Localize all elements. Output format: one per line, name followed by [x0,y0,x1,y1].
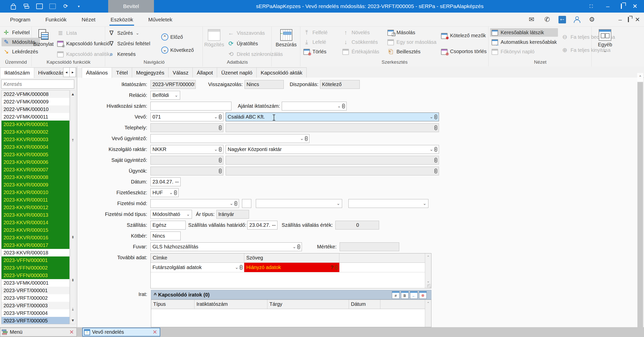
fizetesi-mod-days-input[interactable] [242,199,251,208]
document-list-item[interactable]: 2023-KKVR/000010 [2,189,69,196]
chevron-down-icon[interactable]: ⌄ [422,201,427,206]
document-list-item[interactable]: 2023-VFFN/000003 [2,272,69,279]
paperclip-icon[interactable] [240,265,243,270]
new-document-icon[interactable]: 🗎 [401,291,409,299]
menu-task-tab[interactable]: Menü ✕ [0,328,77,336]
chevron-down-icon[interactable]: ⌄ [213,115,218,119]
document-list-item[interactable]: 2023-KKVR/000003 [2,136,69,143]
chevron-down-icon[interactable]: ⌄ [336,201,341,206]
fizetesi-mod-select-2[interactable]: ⌄ [256,199,342,208]
minimize-icon[interactable]: – [604,3,611,10]
keresoablak-latszik-button[interactable]: Keresőablak látszik [490,28,558,37]
quickbar-dropdown-icon[interactable]: ▾ [75,3,82,10]
paperclip-icon[interactable] [234,201,237,206]
paperclip-icon[interactable] [219,169,222,173]
kovetkezo-button[interactable]: ⌄Következő [160,46,200,54]
column-header[interactable]: Dátum [349,300,380,309]
resize-grip[interactable] [427,284,431,288]
chevron-down-icon[interactable]: ⌄ [169,191,174,195]
torles-button[interactable]: ⊗Törlés [302,47,339,56]
masolas-button[interactable]: ❐Másolás [386,28,437,37]
main-tab[interactable]: Megjegyzés [132,67,169,78]
tovabbi-adat-szoveg-error-cell[interactable]: Hiányzó adatok ? [244,263,339,272]
menu-item[interactable]: Funkciók [45,14,68,25]
fullscreen-icon[interactable]: ⛶ [588,4,595,9]
document-list-item[interactable]: 2023-KKVR/000009 [2,181,69,189]
paperclip-icon[interactable] [305,136,308,141]
document-list-item[interactable]: 2023-KKVR/000007 [2,166,69,173]
fizetoeszkoz-select[interactable]: HUF⌄ [150,188,179,197]
column-header[interactable]: Tárgy [267,300,349,309]
paperclip-icon[interactable] [434,158,437,163]
main-tab[interactable]: Állapot [192,67,217,78]
tovabbi-adat-cimke-select[interactable]: Futárszolgálati adatok⌄ [151,263,244,272]
scroll-down-icon[interactable]: ⌄ [425,279,431,283]
numbering-icon[interactable]: # [392,291,399,299]
paperclip-icon[interactable] [434,125,437,130]
bevitel-tab[interactable]: Bevitel [108,0,154,13]
inner-close-icon[interactable]: ✕ [635,16,640,23]
chevron-down-icon[interactable]: ⌄ [292,245,297,249]
scroll-marker-top-icon[interactable]: ⤒ [70,138,75,143]
scroll-up-icon[interactable]: ⌃ [425,255,431,259]
column-header[interactable]: Iratiktatószám [194,300,267,309]
date-picker-icon[interactable]: ••• [271,224,276,227]
paperclip-icon[interactable] [174,190,177,195]
paperclip-icon[interactable] [297,244,300,249]
attach-table-icon[interactable]: ← [410,291,418,299]
document-list-item[interactable]: 2023-KKVR/000006 [2,158,69,166]
vevo-name-select[interactable]: Családi ABC Kft.⌄ [226,113,439,121]
fizetesi-mod-tipus-select[interactable]: Módosítható⌄ [150,210,192,219]
kiszolgalo-raktar-code-select[interactable]: NKKR⌄ [150,145,223,154]
chevron-down-icon[interactable]: ⌄ [234,265,239,270]
kotber-field[interactable]: Nincs [150,232,181,240]
vevo-code-select[interactable]: 071⌄ [150,113,223,121]
scroll-marker-down-icon[interactable]: ⇟ [70,278,75,282]
menu-item[interactable]: Nézet [81,14,97,25]
sidebar-search[interactable] [1,80,74,89]
column-header[interactable]: Szöveg [244,253,339,263]
main-tab[interactable]: Válasz [168,67,193,78]
menu-item[interactable]: Műveletek [147,14,173,25]
szuresi-feltetel-button[interactable]: ∇Szűrési feltétel [107,39,158,48]
main-scrollbar[interactable]: ⌃ [637,73,643,327]
main-tab[interactable]: Tétel [112,67,132,78]
chevron-down-icon[interactable]: ⌄ [174,93,179,97]
beszuras-button[interactable]: Beszúrás [275,28,298,59]
szures-button[interactable]: ∇Szűrés⌄ [107,29,158,37]
question-mark-icon[interactable]: ? [331,265,334,270]
window-search-icon[interactable] [36,3,43,10]
vevo-rendeles-task-tab[interactable]: ↑ Vevő rendelés ✕ [82,328,160,336]
close-icon[interactable]: ✕ [150,329,160,335]
paperclip-icon[interactable] [219,125,222,130]
calculator-icon[interactable]: +− [558,16,566,23]
datum-field[interactable]: 23.04.27.••• [150,177,181,186]
chevron-down-icon[interactable]: ⌄ [213,147,218,152]
document-list-item[interactable]: 2022-VFMK/000009 [2,98,69,105]
szallitas-field[interactable]: Egész [150,221,186,230]
scroll-up-icon[interactable]: ▲ [70,92,75,96]
document-list-item[interactable]: 2023-KKVR/000015 [2,226,69,234]
ajanlat-iktatoszam-select[interactable]: ⌄ [282,102,347,110]
document-list-item[interactable]: 2023-VFFN/000002 [2,264,69,272]
document-list-item[interactable]: 2022-VFMK/000011 [2,113,69,121]
lock-icon[interactable] [10,3,17,10]
tovabbi-adat-scrollbar[interactable]: ⌃ ⌄ [425,253,431,288]
tovabbi-adat-empty-cell[interactable] [339,263,431,272]
document-list-item[interactable]: 2023-KKVR/000001 [2,121,69,128]
search-input[interactable] [2,80,74,88]
menu-item[interactable]: Eszközök [109,14,134,25]
chevron-down-icon[interactable]: ⌄ [229,201,234,206]
paperclip-icon[interactable] [335,265,338,270]
close-icon[interactable]: ✕ [67,329,76,335]
kereses-button[interactable]: ⌕Keresés [107,50,158,58]
inner-restore-icon[interactable] [628,17,629,22]
collapse-caret-icon[interactable]: ^ [154,292,157,298]
document-list-item[interactable]: 2022-VFMK/000010 [2,105,69,113]
scroll-marker-bottom-icon[interactable]: ⤓ [70,307,75,311]
tab-scroll-left-icon[interactable]: ◂ [63,67,70,77]
sidebar-tab[interactable]: Iktatószám [0,67,34,78]
document-list-item[interactable]: 2023-VRFT/000004 [2,309,69,317]
remove-table-icon[interactable]: ⊗ [419,291,427,299]
automatikus-keresoablak-button[interactable]: ←Automatikus keresőablak [490,38,558,46]
